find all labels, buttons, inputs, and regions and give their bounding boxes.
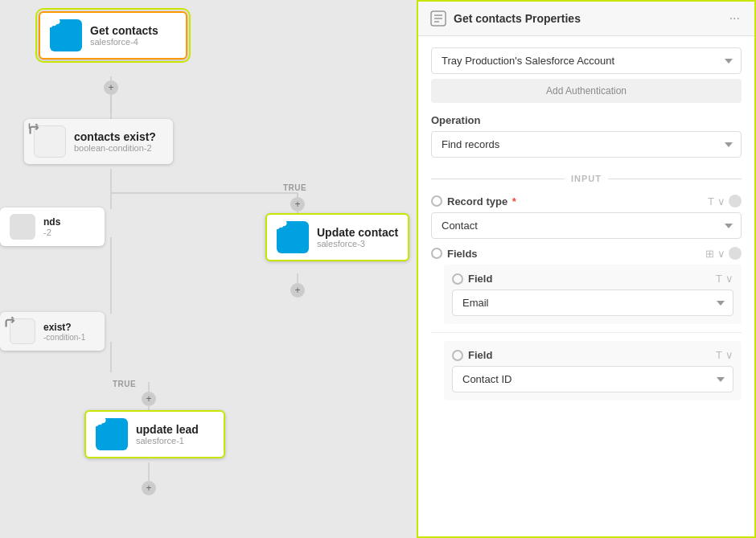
properties-panel: Get contacts Properties ··· Tray Product…	[417, 0, 756, 538]
fields-circle	[431, 248, 442, 259]
operation-section: Operation Find records Create record Upd…	[431, 114, 742, 166]
field-2-text-icon[interactable]: T	[716, 349, 722, 361]
record-type-select[interactable]: Contact Lead Account Opportunity	[431, 212, 742, 239]
field-2-label: Field	[468, 349, 711, 361]
record-type-icons: T ∨	[708, 195, 742, 207]
field-1-label: Field	[468, 273, 711, 285]
salesforce-icon	[50, 19, 82, 51]
table-icon: ⊞	[705, 248, 714, 260]
update-contact-salesforce-icon	[277, 221, 309, 253]
update-contact-title: Update contact	[317, 226, 398, 239]
workflow-canvas: Get contacts salesforce-4 + contacts exi…	[0, 0, 417, 538]
fields-info-icon	[729, 247, 742, 260]
panel-body: Tray Production's Salesforce Account Add…	[418, 36, 754, 536]
field-1-text-icon[interactable]: T	[716, 273, 722, 285]
field-2-row: Field T ∨	[452, 349, 733, 361]
plus-btn-5[interactable]: +	[142, 481, 156, 495]
record-type-section: Record type * T ∨ Contact Lead Account O…	[431, 195, 742, 247]
record-type-circle	[431, 195, 442, 207]
update-lead-node[interactable]: update lead salesforce-1	[84, 410, 225, 458]
auth-account-select[interactable]: Tray Production's Salesforce Account	[431, 47, 742, 74]
update-lead-title: update lead	[136, 423, 199, 436]
field-1-icons: T ∨	[716, 273, 733, 285]
chevron-down-icon[interactable]: ∨	[717, 195, 725, 207]
record-type-row: Record type * T ∨	[431, 195, 742, 207]
true-label-1: TRUE	[283, 183, 306, 192]
input-divider: INPUT	[431, 174, 742, 183]
update-contact-info: Update contact salesforce-3	[317, 226, 398, 248]
record-type-label: Record type *	[447, 195, 703, 207]
nds-info: nds -2	[43, 216, 60, 237]
branch-icon	[34, 125, 66, 158]
fields-label: Fields	[447, 248, 701, 260]
update-contact-node[interactable]: Update contact salesforce-3	[265, 213, 409, 261]
operation-select[interactable]: Find records Create record Update record…	[431, 131, 742, 158]
fields-divider	[431, 332, 742, 333]
contacts-exist-sub: boolean-condition-2	[74, 143, 156, 153]
nds-icon	[10, 214, 35, 240]
add-auth-button[interactable]: Add Authentication	[431, 79, 742, 103]
field-2-chevron-icon[interactable]: ∨	[725, 349, 733, 361]
update-contact-sub: salesforce-3	[317, 239, 398, 248]
contacts-exist-title: contacts exist?	[74, 130, 156, 143]
text-type-icon[interactable]: T	[708, 195, 714, 207]
field-1-row: Field T ∨	[452, 273, 733, 285]
fields-section: Fields ⊞ ∨ Field T ∨ Emai	[431, 247, 742, 400]
input-section-label: INPUT	[571, 174, 602, 183]
nds-sub: -2	[43, 228, 60, 237]
update-lead-salesforce-icon	[96, 418, 128, 450]
get-contacts-info: Get contacts salesforce-4	[90, 24, 158, 47]
field-1-select[interactable]: Email Contact ID First Name Last Name	[452, 290, 733, 316]
plus-btn-1[interactable]: +	[104, 80, 118, 95]
field-item-1: Field T ∨ Email Contact ID First Name La…	[444, 265, 742, 324]
field-item-2: Field T ∨ Contact ID Email First Name La…	[444, 341, 742, 400]
true-label-2: TRUE	[113, 380, 136, 388]
contacts-exist-info: contacts exist? boolean-condition-2	[74, 130, 156, 153]
get-contacts-sub: salesforce-4	[90, 37, 158, 47]
panel-title: Get contacts Properties	[454, 12, 726, 25]
plus-btn-4[interactable]: +	[142, 392, 156, 406]
field-2-icons: T ∨	[716, 349, 733, 361]
update-lead-info: update lead salesforce-1	[136, 423, 199, 446]
nds-title: nds	[43, 216, 60, 228]
fields-row: Fields ⊞ ∨	[431, 247, 742, 260]
panel-header-icon	[429, 10, 447, 27]
exist-sub: -condition-1	[43, 333, 85, 342]
nds-node[interactable]: nds -2	[0, 207, 105, 246]
plus-btn-2[interactable]: +	[290, 197, 305, 212]
exist-title: exist?	[43, 322, 85, 333]
plus-btn-3[interactable]: +	[290, 283, 305, 298]
record-type-info-icon	[729, 195, 742, 207]
exist-node[interactable]: exist? -condition-1	[0, 312, 105, 351]
fields-icons: ⊞ ∨	[705, 247, 742, 260]
update-lead-sub: salesforce-1	[136, 436, 199, 446]
panel-menu-button[interactable]: ···	[726, 11, 743, 26]
field-2-select[interactable]: Contact ID Email First Name Last Name	[452, 366, 733, 392]
field-1-circle	[452, 273, 463, 285]
fields-chevron-down-icon[interactable]: ∨	[717, 248, 725, 260]
panel-header: Get contacts Properties ···	[418, 2, 754, 36]
exist-branch-icon	[10, 318, 35, 344]
get-contacts-title: Get contacts	[90, 24, 158, 37]
get-contacts-node[interactable]: Get contacts salesforce-4	[39, 11, 187, 60]
operation-label: Operation	[431, 114, 742, 126]
field-1-chevron-icon[interactable]: ∨	[725, 273, 733, 285]
exist-info: exist? -condition-1	[43, 322, 85, 342]
field-2-circle	[452, 350, 463, 361]
contacts-exist-node[interactable]: contacts exist? boolean-condition-2	[24, 119, 173, 164]
